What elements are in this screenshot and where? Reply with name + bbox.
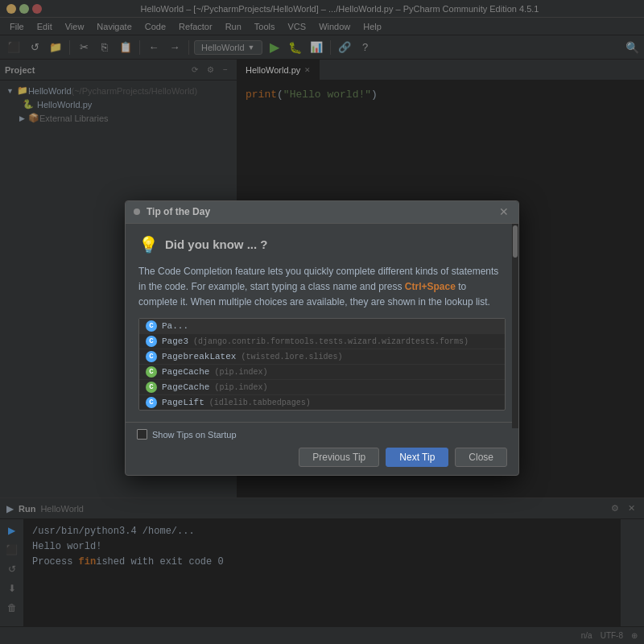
completion-name-3: PageCache (162, 367, 209, 377)
completion-name-4: PageCache (162, 382, 209, 392)
dialog-footer: Show Tips on Startup Previous Tip Next T… (126, 422, 518, 475)
dialog-scrollbar-thumb (513, 225, 518, 258)
dialog-scrollbar[interactable] (512, 224, 518, 429)
completion-name-5: PageLift (162, 398, 204, 407)
close-dialog-button[interactable]: Close (455, 448, 507, 467)
dialog-heading-text: Did you know ... ? (165, 237, 268, 251)
completion-icon-4: C (146, 382, 157, 393)
completion-detail-2: (twisted.lore.slides) (241, 353, 342, 361)
completion-list: C Pa... C Page3 (django.contrib.formtool… (138, 318, 506, 411)
completion-detail-3: (pip.index) (214, 368, 267, 377)
show-tips-label: Show Tips on Startup (152, 430, 237, 440)
completion-icon-0: C (146, 320, 157, 332)
dialog-footer-top: Show Tips on Startup (137, 429, 507, 440)
completion-detail-5: (idlelib.tabbedpages) (209, 398, 311, 407)
completion-name-1: Page3 (162, 336, 188, 346)
completion-item-5: C PageLift (idlelib.tabbedpages) (139, 395, 505, 410)
dialog-body: 💡 Did you know ... ? The Code Completion… (126, 224, 518, 423)
completion-detail-4: (pip.index) (214, 383, 267, 392)
completion-icon-5: C (146, 397, 157, 408)
lightbulb-icon: 💡 (138, 235, 159, 254)
completion-item-3: C PageCache (pip.index) (139, 365, 505, 380)
completion-item-4: C PageCache (pip.index) (139, 380, 505, 395)
dialog-title: Tip of the Day (147, 206, 497, 217)
dialog-body-text: The Code Completion feature lets you qui… (138, 264, 506, 311)
dialog-titlebar: Tip of the Day ✕ (126, 201, 518, 224)
completion-detail-1: (django.contrib.formtools.tests.wizard.w… (193, 337, 469, 346)
completion-icon-2: C (146, 351, 157, 362)
completion-item-1: C Page3 (django.contrib.formtools.tests.… (139, 334, 505, 349)
dialog-overlay: Tip of the Day ✕ 💡 Did you know ... ? Th… (0, 0, 644, 644)
show-tips-checkbox-area[interactable]: Show Tips on Startup (137, 429, 237, 440)
completion-name-2: PagebreakLatex (162, 352, 236, 361)
dialog-buttons: Previous Tip Next Tip Close (137, 448, 507, 467)
completion-item-0: C Pa... (139, 319, 505, 334)
next-tip-button[interactable]: Next Tip (386, 448, 448, 467)
completion-icon-3: C (146, 366, 157, 378)
completion-name-0: Pa... (162, 321, 188, 331)
dialog-heading: 💡 Did you know ... ? (138, 235, 506, 254)
dialog-close-x-button[interactable]: ✕ (497, 205, 510, 218)
completion-item-2: C PagebreakLatex (twisted.lore.slides) (139, 349, 505, 365)
completion-icon-1: C (146, 336, 157, 347)
show-tips-checkbox[interactable] (137, 429, 147, 440)
previous-tip-button[interactable]: Previous Tip (299, 448, 379, 467)
tip-dialog: Tip of the Day ✕ 💡 Did you know ... ? Th… (125, 200, 519, 477)
dialog-shortcut: Ctrl+Space (405, 281, 456, 292)
dialog-dot-icon (134, 208, 140, 215)
